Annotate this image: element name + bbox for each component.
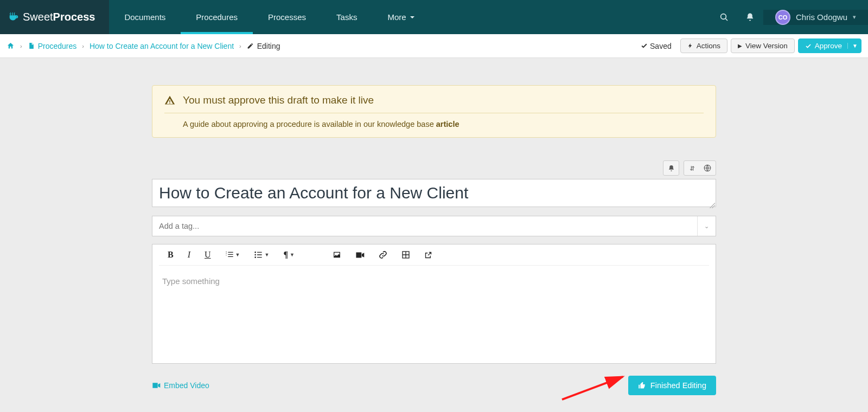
external-link-icon [424,251,432,259]
nav-label: Tasks [336,12,357,22]
nav-more[interactable]: More [372,0,430,34]
tag-field-wrap: ⌄ [152,216,716,236]
check-icon [641,42,648,49]
editor-toolbar: B I U ▼ ▼ ¶ ▼ [159,244,709,266]
thumbs-up-icon [638,382,646,390]
alert-title: You must approve this draft to make it l… [183,94,374,106]
sort-and-share [684,160,716,176]
approve-button[interactable]: Approve ▼ [798,38,861,53]
svg-point-5 [255,256,257,258]
breadcrumb-procedures[interactable]: Procedures [38,42,77,50]
breadcrumb-editing: Editing [247,42,280,50]
brand-logo[interactable]: SweetProcess [0,0,109,34]
view-version-button[interactable]: ▶ View Version [731,38,795,53]
caret-down-icon: ▼ [290,252,295,258]
title-wrap [152,179,716,209]
bell-icon [745,12,755,22]
editor: B I U ▼ ▼ ¶ ▼ [152,244,716,364]
bell-icon [668,165,675,172]
caret-down-icon: ▼ [235,252,240,258]
title-input[interactable] [152,179,716,207]
breadcrumb-sep: › [20,43,22,49]
nav-tasks[interactable]: Tasks [321,0,372,34]
italic-button[interactable]: I [188,250,190,260]
embed-label: Embed Video [164,381,209,390]
alert-subtitle: A guide about approving a procedure is a… [164,113,704,128]
nav-label: Documents [124,12,165,22]
caret-down-icon: ▼ [264,252,269,258]
image-icon [333,250,341,259]
alert-article-link[interactable]: article [436,120,459,128]
user-name: Chris Odogwu [796,12,847,22]
globe-icon [704,164,711,172]
nav-procedures[interactable]: Procedures [181,0,253,34]
caret-right-icon: ▶ [738,43,742,49]
bold-button[interactable]: B [168,250,174,260]
view-version-label: View Version [745,42,788,50]
editing-label: Editing [257,42,280,50]
tag-input[interactable] [152,222,697,230]
paragraph-button[interactable]: ¶ ▼ [283,250,295,260]
ordered-list-button[interactable]: ▼ [225,250,240,259]
nav-label: Processes [268,12,306,22]
brand-part2: Process [53,11,95,23]
video-icon [152,382,161,389]
home-icon [7,42,15,50]
sort-button[interactable] [689,165,696,172]
unordered-list-icon [254,250,263,259]
link-icon [379,250,387,259]
public-button[interactable] [704,164,711,172]
footer-row: Embed Video Finished Editing [152,376,716,395]
svg-line-1 [725,18,727,21]
video-icon [355,252,365,259]
breadcrumb-bar: › Procedures › How to Create an Account … [0,34,868,58]
pencil-icon [247,42,254,49]
chevron-down-icon: ▾ [853,14,856,21]
home-link[interactable] [7,42,15,50]
editor-area[interactable]: Type something [152,266,716,363]
user-menu[interactable]: CO Chris Odogwu ▾ [763,10,868,25]
underline-button[interactable]: U [205,250,211,260]
notifications-button[interactable] [737,0,763,34]
nav-right: CO Chris Odogwu ▾ [711,0,868,34]
actions-button[interactable]: Actions [680,38,727,53]
nav-processes[interactable]: Processes [253,0,321,34]
nav-items: Documents Procedures Processes Tasks Mor… [109,0,430,34]
approve-label: Approve [815,42,842,50]
image-button[interactable] [333,250,341,259]
finished-editing-button[interactable]: Finished Editing [628,376,716,395]
alert-sub-text: A guide about approving a procedure is a… [183,120,436,128]
avatar-initials: CO [778,14,788,21]
saved-status: Saved [641,42,672,50]
svg-point-3 [255,252,257,253]
svg-point-4 [255,254,257,256]
actions-label: Actions [697,42,720,50]
top-nav: SweetProcess Documents Procedures Proces… [0,0,868,34]
breadcrumb-doc[interactable]: How to Create an Account for a New Clien… [90,42,234,50]
content: You must approve this draft to make it l… [152,85,716,395]
file-icon [28,42,35,50]
nav-documents[interactable]: Documents [109,0,181,34]
breadcrumb-sep: › [82,43,84,49]
sort-icon [689,165,696,172]
external-link-button[interactable] [424,251,432,259]
table-icon [401,250,410,259]
doc-mini-actions [152,160,716,176]
video-button[interactable] [355,252,365,259]
embed-video-link[interactable]: Embed Video [152,381,209,390]
subscribe-button[interactable] [663,160,679,176]
approve-dropdown[interactable]: ▼ [847,43,858,49]
nav-label: Procedures [196,12,238,22]
search-button[interactable] [711,0,737,34]
svg-point-0 [721,14,726,19]
saved-label: Saved [650,42,672,50]
chevron-down-icon [410,15,415,20]
search-icon [719,12,729,22]
avatar: CO [775,10,790,25]
ordered-list-icon [225,250,234,259]
table-button[interactable] [401,250,410,259]
link-button[interactable] [379,250,387,259]
tag-dropdown[interactable]: ⌄ [697,216,716,236]
warning-icon [164,95,175,106]
unordered-list-button[interactable]: ▼ [254,250,269,259]
